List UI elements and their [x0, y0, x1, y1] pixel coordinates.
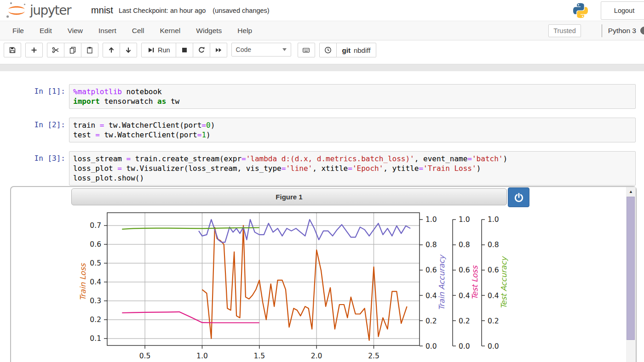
- code-token: =: [201, 121, 206, 130]
- y-tick-label: 0.6: [90, 240, 101, 249]
- cut-cell-button[interactable]: [47, 43, 64, 57]
- header-right: Logout: [572, 1, 644, 20]
- python-logo-icon: [572, 2, 589, 19]
- y-tick-label: 1.0: [488, 215, 499, 224]
- code-token: ): [211, 121, 215, 130]
- stop-icon: [181, 46, 188, 54]
- restart-kernel-button[interactable]: [193, 43, 210, 57]
- input-prompt: In [2]:: [0, 118, 69, 142]
- trusted-button[interactable]: Trusted: [548, 24, 581, 37]
- code-token: tw.WatcherClient(port: [100, 130, 197, 139]
- code-editor[interactable]: train = tw.WatcherClient(port=0)test = t…: [69, 118, 636, 142]
- figure-output: Figure 1 0.51.01.52.02.50.10.20.30.40.50…: [10, 186, 637, 362]
- series-group: [122, 220, 410, 340]
- code-token: =: [467, 154, 472, 163]
- kernel-separator: [602, 24, 602, 37]
- axis-label-test-loss: Test Loss: [471, 265, 479, 300]
- run-icon: [147, 46, 155, 54]
- checkpoint-status: Last Checkpoint: an hour ago: [119, 7, 206, 14]
- code-token: , event_name: [414, 154, 468, 163]
- unsaved-changes-label: (unsaved changes): [213, 7, 269, 14]
- jupyter-logo-icon: [6, 2, 28, 19]
- code-token: 'lambda d:(d.x, d.metrics.batch_loss)': [246, 154, 414, 163]
- code-token: ): [206, 130, 211, 139]
- code-cell-1: In [1]:%matplotlib notebookimport tensor…: [0, 84, 644, 109]
- code-token: train: [73, 121, 100, 130]
- dropdown-caret-icon: [282, 48, 287, 51]
- figure-title-bar[interactable]: Figure 1: [71, 188, 507, 205]
- scroll-up-button[interactable]: ▲: [626, 187, 636, 196]
- menu-items: FileEditViewInsertCellKernelWidgetsHelp: [5, 21, 260, 40]
- git-label: git: [342, 46, 351, 54]
- y-tick-label: 0.4: [90, 278, 101, 286]
- menu-item-cell[interactable]: Cell: [124, 21, 152, 40]
- code-token: loss_stream: [73, 154, 126, 163]
- code-token: ): [477, 164, 481, 173]
- logout-button[interactable]: Logout: [601, 1, 644, 20]
- code-token: 0: [206, 121, 211, 130]
- y-tick-label: 0.2: [426, 317, 437, 325]
- restart-run-all-button[interactable]: [210, 43, 227, 57]
- menu-item-edit[interactable]: Edit: [32, 21, 60, 40]
- code-token: , ytitle: [383, 164, 419, 173]
- move-cell-down-button[interactable]: [120, 43, 137, 57]
- y-tick-label: 0.6: [459, 266, 470, 274]
- git-nbdiff-button[interactable]: git nbdiff: [336, 43, 377, 57]
- code-token: 'batch': [472, 154, 503, 163]
- code-token: =: [348, 164, 352, 173]
- move-cell-up-button[interactable]: [103, 43, 120, 57]
- y-tick-label: 0.0: [459, 342, 470, 351]
- axis-label-train-acc: Train Accuracy: [437, 254, 446, 310]
- cell-timing-button[interactable]: [319, 43, 337, 57]
- input-prompt: In [1]:: [0, 84, 69, 109]
- code-token: as: [157, 97, 166, 106]
- y-tick-label: 0.7: [90, 221, 101, 230]
- code-token: loss_plot.show(): [73, 174, 144, 182]
- code-editor[interactable]: %matplotlib notebookimport tensorwatch a…: [69, 84, 636, 109]
- paste-cell-button[interactable]: [81, 43, 98, 57]
- keyboard-icon: [302, 46, 310, 54]
- code-token: 'Epoch': [352, 164, 383, 173]
- y-tick-label: 0.2: [90, 316, 101, 324]
- y-tick-label: 1.0: [426, 215, 437, 224]
- interrupt-kernel-button[interactable]: [176, 43, 193, 57]
- code-token: =: [95, 130, 100, 139]
- series-test-accuracy: [122, 228, 259, 229]
- figure-power-button[interactable]: [508, 187, 529, 207]
- cell-type-dropdown[interactable]: Code: [231, 43, 291, 57]
- command-palette-button[interactable]: [298, 43, 315, 57]
- add-cell-button[interactable]: [25, 43, 43, 57]
- menu-item-view[interactable]: View: [60, 21, 91, 40]
- save-button[interactable]: [4, 43, 21, 57]
- menu-item-file[interactable]: File: [5, 21, 32, 40]
- code-token: 1: [201, 130, 206, 139]
- run-button[interactable]: Run: [141, 43, 176, 57]
- x-tick-label: 2.5: [368, 352, 380, 360]
- code-token: 'line': [286, 164, 312, 173]
- scrollbar-thumb[interactable]: [627, 197, 635, 340]
- menu-item-kernel[interactable]: Kernel: [152, 21, 189, 40]
- menu-item-help[interactable]: Help: [230, 21, 260, 40]
- menu-item-widgets[interactable]: Widgets: [188, 21, 230, 40]
- figure-scrollbar[interactable]: ▲: [626, 187, 636, 362]
- code-token: =: [282, 164, 286, 173]
- x-tick-label: 1.0: [196, 352, 208, 360]
- y-tick-label: 0.2: [488, 317, 499, 325]
- y-tick-label: 0.0: [426, 342, 437, 351]
- notebook-title[interactable]: mnist: [91, 5, 113, 16]
- code-editor[interactable]: loss_stream = train.create_stream(expr='…: [69, 151, 636, 186]
- nbdiff-label: nbdiff: [354, 46, 370, 54]
- y-tick-label: 0.4: [488, 292, 499, 300]
- jupyter-notebook-app: jupyter mnist Last Checkpoint: an hour a…: [0, 0, 644, 362]
- menu-item-insert[interactable]: Insert: [91, 21, 124, 40]
- x-tick-label: 0.5: [139, 352, 151, 360]
- kernel-name: Python 3: [608, 27, 636, 35]
- x-tick-label: 1.5: [253, 352, 265, 360]
- jupyter-logo[interactable]: jupyter: [6, 2, 71, 19]
- y-tick-label: 0.8: [426, 241, 437, 249]
- code-line: loss_stream = train.create_stream(expr='…: [73, 154, 632, 164]
- figure-canvas[interactable]: 0.51.01.52.02.50.10.20.30.40.50.60.7Trai…: [12, 209, 626, 362]
- code-line: train = tw.WatcherClient(port=0): [73, 120, 632, 130]
- copy-cell-button[interactable]: [64, 43, 81, 57]
- series-train-accuracy: [199, 220, 410, 243]
